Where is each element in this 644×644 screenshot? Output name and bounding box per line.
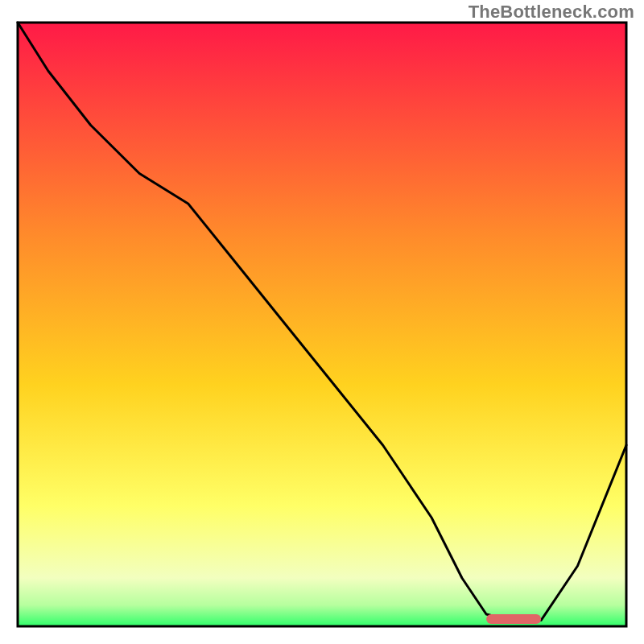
optimal-range-marker [486,614,541,624]
bottleneck-chart [0,0,644,644]
chart-background [18,23,626,626]
chart-container: TheBottleneck.com [0,0,644,644]
